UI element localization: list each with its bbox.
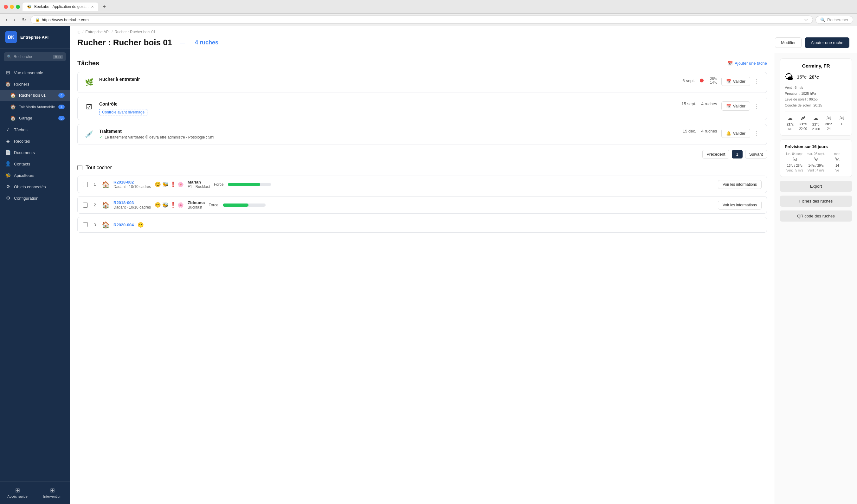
hive-checkbox-1[interactable] <box>83 182 88 187</box>
sidebar-item-documents[interactable]: 📄 Documents <box>0 147 70 158</box>
sidebar-item-configuration[interactable]: ⚙ Configuration <box>0 192 70 204</box>
more-button-2[interactable]: ⋮ <box>753 102 761 110</box>
sidebar-item-recoltes[interactable]: ◈ Récoltes <box>0 135 70 147</box>
close-button[interactable] <box>4 5 8 9</box>
export-button[interactable]: Export <box>780 181 852 192</box>
more-button-3[interactable]: ⋮ <box>753 129 761 138</box>
search-placeholder: Rechercher <box>827 17 848 22</box>
tab-close-icon[interactable]: ✕ <box>91 5 94 9</box>
hive-checkbox-3[interactable] <box>83 222 88 227</box>
taches-icon: ✓ <box>5 127 11 133</box>
hourly-time-24: 24 <box>827 127 831 131</box>
forecast-day-name-2: mar. 05 sept. <box>807 152 825 156</box>
hourly-icon-now: ☁ <box>788 115 793 121</box>
task-date-3: 15 déc. <box>683 129 696 133</box>
validate-button-2[interactable]: 📅 Valider <box>721 101 750 111</box>
hourly-item-extra: 🌬 1 <box>836 115 847 131</box>
task-meta-3: 15 déc. 4 ruches <box>683 129 717 133</box>
task-description-3: ✓ Le traitement VarroMed ® devra être ad… <box>99 135 678 139</box>
search-label: Recherche <box>14 54 32 59</box>
hive-queen-info-1: Mariah F1 - Buckfast <box>188 180 210 189</box>
forecast-day-name-3: mer. <box>834 152 840 156</box>
sidebar-item-acces-rapide[interactable]: ⊞ Accès rapide <box>0 484 35 502</box>
maximize-button[interactable] <box>16 5 20 9</box>
task-card-2: ☑ Contrôle Contrôle avant hivernage 15 s… <box>77 97 767 120</box>
active-tab[interactable]: 🐝 Beekube - Application de gesti... ✕ <box>22 2 98 11</box>
sidebar-item-taches[interactable]: ✓ Tâches <box>0 124 70 135</box>
hourly-time-22: 22:00 <box>799 127 807 131</box>
validate-icon-3: 🔔 <box>726 131 731 136</box>
hive-type-2: Dadant · 10/10 cadres <box>114 205 151 209</box>
breadcrumb: ⊞ / Entreprise API / Rucher : Rucher boi… <box>70 26 857 34</box>
hive-info-button-1[interactable]: Voir les informations <box>718 180 761 189</box>
hive-checkbox-2[interactable] <box>83 203 88 208</box>
sidebar-item-objets-connectes[interactable]: ⚙ Objets connectés <box>0 181 70 192</box>
more-button-1[interactable]: ⋮ <box>753 77 761 86</box>
minimize-button[interactable] <box>10 5 14 9</box>
weather-location: Germiny, FR <box>785 63 847 68</box>
hive-num-1: 1 <box>91 182 98 187</box>
select-all-checkbox[interactable] <box>77 165 82 170</box>
bookmark-icon[interactable]: ☆ <box>804 17 808 22</box>
hive-name-1: Mariah <box>188 180 210 184</box>
sidebar-item-contacts[interactable]: 👤 Contacts <box>0 158 70 170</box>
config-icon: ⚙ <box>5 195 11 201</box>
hourly-item-23: ☁ 21°c 23:00 <box>810 115 822 131</box>
add-task-icon: 📅 <box>728 61 733 66</box>
hourly-item-22: 🌶 21°c 22:00 <box>798 115 809 131</box>
task-hives-2: 4 ruches <box>701 101 717 106</box>
sidebar-search[interactable]: 🔍 Recherche ⌘+k <box>4 52 66 61</box>
intervention-label: Intervention <box>43 494 61 498</box>
forecast-wind-3: Ve <box>836 169 839 172</box>
prev-button[interactable]: Précédent <box>702 150 729 158</box>
modifier-button[interactable]: Modifier <box>775 37 802 48</box>
next-button[interactable]: Suivant <box>745 150 767 158</box>
sidebar-item-garage[interactable]: 🏠 Garage 5 <box>0 113 70 124</box>
nav-label: Objets connectés <box>14 184 46 189</box>
forecast-icon-3: 🌬 <box>835 157 840 163</box>
qr-code-button[interactable]: QR code des ruches <box>780 211 852 222</box>
hive-emojis-1: 😊 🐝 ❗ 🌸 <box>155 181 184 187</box>
sidebar-item-ruchers[interactable]: 🏠 Ruchers <box>0 78 70 90</box>
breadcrumb-entreprise[interactable]: Entreprise API <box>85 30 110 34</box>
sidebar-item-apiculteurs[interactable]: 🐝 Apiculteurs <box>0 170 70 181</box>
hive-emojis-2: 😊 🐝 ❗ 🌸 <box>155 202 184 208</box>
url-bar[interactable]: 🔒 https://www.beekube.com ☆ <box>30 16 813 24</box>
nav-label: Contacts <box>14 162 30 166</box>
back-button[interactable]: ‹ <box>4 16 9 23</box>
ajouter-ruche-button[interactable]: Ajouter une ruche <box>805 37 850 48</box>
task-subtask-2: Contrôle avant hivernage <box>99 109 147 115</box>
forward-button[interactable]: › <box>12 16 17 23</box>
reload-button[interactable]: ↻ <box>20 16 28 23</box>
validate-button-1[interactable]: 📅 Valider <box>721 77 750 86</box>
weather-main: 🌤 15°c 26°c <box>785 72 847 82</box>
emoji-bee-1: 🐝 <box>162 181 169 187</box>
weather-sunrise: Levé de soleil : 06:55 <box>785 96 847 102</box>
task-temp-1: 28°c 14°c <box>710 77 717 84</box>
hourly-icon-extra: 🌬 <box>839 115 844 121</box>
hive-id-info-2: R2018-003 Dadant · 10/10 cadres <box>114 200 151 209</box>
hive-queen-info-2: Zidouma Buckfast <box>188 200 205 209</box>
fiches-ruches-button[interactable]: Fiches des ruches <box>780 196 852 207</box>
forecast-day-2: mar. 05 sept. 🌬 14°c / 29°c Vent : 4 m/s <box>806 152 826 172</box>
toit-icon: 🏠 <box>10 104 16 110</box>
sidebar-item-rucher-bois-01[interactable]: 🏠 Rucher bois 01 4 <box>0 90 70 101</box>
breadcrumb-rucher[interactable]: Rucher : Rucher bois 01 <box>114 30 155 34</box>
sidebar-logo: BK Entreprise API <box>0 26 70 49</box>
add-task-button[interactable]: 📅 Ajouter une tâche <box>728 61 767 66</box>
validate-button-3[interactable]: 🔔 Valider <box>721 129 750 138</box>
new-tab-button[interactable]: + <box>101 4 107 10</box>
weather-hourly: ☁ 21°c Nu 🌶 21°c 22:00 ☁ 21°c 23:00 <box>785 112 847 131</box>
right-panel: Germiny, FR 🌤 15°c 26°c Vent : 6 m/s Pre… <box>775 53 857 504</box>
search-icon: 🔍 <box>7 54 12 59</box>
page-1-button[interactable]: 1 <box>732 150 742 158</box>
header-dash: — <box>180 40 185 46</box>
forecast-day-1: lun. 04 sept. 🌬 13°c / 28°c Vent : 5 m/s <box>785 152 805 172</box>
sidebar-item-toit-martin[interactable]: 🏠 Toit Martin Automobile 4 <box>0 101 70 113</box>
search-bar[interactable]: 🔍 Rechercher <box>816 16 853 24</box>
sidebar-item-intervention[interactable]: ⊞ Intervention <box>35 484 70 502</box>
breadcrumb-home-icon[interactable]: ⊞ <box>77 30 81 34</box>
sidebar-item-vue-ensemble[interactable]: ⊞ Vue d'ensemble <box>0 67 70 78</box>
hive-info-button-2[interactable]: Voir les informations <box>718 201 761 209</box>
hive-num-2: 2 <box>91 203 98 207</box>
